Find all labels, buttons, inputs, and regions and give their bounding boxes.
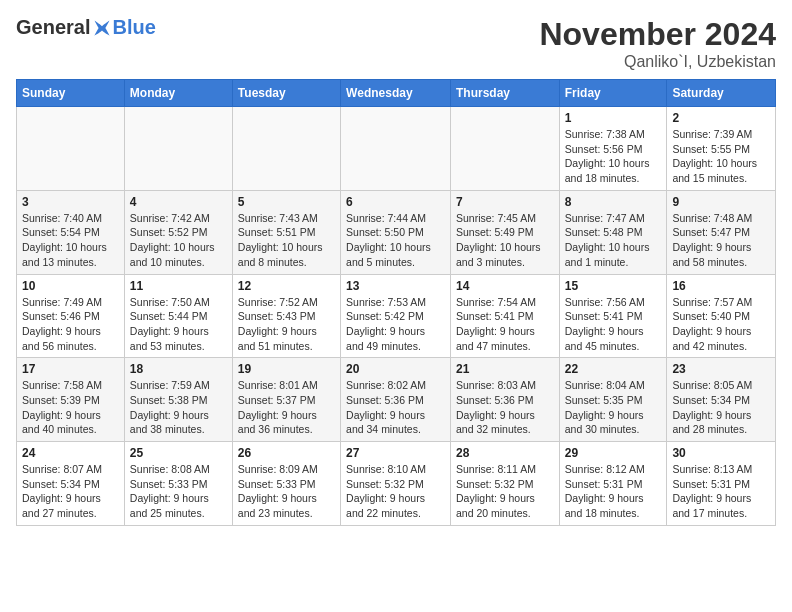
calendar-cell: 8Sunrise: 7:47 AM Sunset: 5:48 PM Daylig… [559,190,667,274]
weekday-header-wednesday: Wednesday [341,80,451,107]
calendar-cell: 24Sunrise: 8:07 AM Sunset: 5:34 PM Dayli… [17,442,125,526]
month-title: November 2024 [539,16,776,53]
day-number: 5 [238,195,335,209]
calendar-week-row: 10Sunrise: 7:49 AM Sunset: 5:46 PM Dayli… [17,274,776,358]
calendar-header-row: SundayMondayTuesdayWednesdayThursdayFrid… [17,80,776,107]
calendar-cell: 15Sunrise: 7:56 AM Sunset: 5:41 PM Dayli… [559,274,667,358]
calendar-week-row: 17Sunrise: 7:58 AM Sunset: 5:39 PM Dayli… [17,358,776,442]
logo-blue-text: Blue [112,16,155,39]
day-info: Sunrise: 7:57 AM Sunset: 5:40 PM Dayligh… [672,295,770,354]
calendar-cell: 23Sunrise: 8:05 AM Sunset: 5:34 PM Dayli… [667,358,776,442]
day-number: 17 [22,362,119,376]
calendar-cell [17,107,125,191]
calendar-cell: 14Sunrise: 7:54 AM Sunset: 5:41 PM Dayli… [450,274,559,358]
day-info: Sunrise: 7:40 AM Sunset: 5:54 PM Dayligh… [22,211,119,270]
calendar-cell: 17Sunrise: 7:58 AM Sunset: 5:39 PM Dayli… [17,358,125,442]
calendar-cell: 4Sunrise: 7:42 AM Sunset: 5:52 PM Daylig… [124,190,232,274]
title-section: November 2024 Qanliko`I, Uzbekistan [539,16,776,71]
day-number: 13 [346,279,445,293]
day-info: Sunrise: 7:42 AM Sunset: 5:52 PM Dayligh… [130,211,227,270]
calendar-week-row: 1Sunrise: 7:38 AM Sunset: 5:56 PM Daylig… [17,107,776,191]
day-number: 27 [346,446,445,460]
calendar-cell: 26Sunrise: 8:09 AM Sunset: 5:33 PM Dayli… [232,442,340,526]
day-info: Sunrise: 8:09 AM Sunset: 5:33 PM Dayligh… [238,462,335,521]
day-number: 24 [22,446,119,460]
day-number: 11 [130,279,227,293]
day-info: Sunrise: 7:49 AM Sunset: 5:46 PM Dayligh… [22,295,119,354]
page-header: General Blue November 2024 Qanliko`I, Uz… [16,16,776,71]
weekday-header-monday: Monday [124,80,232,107]
day-info: Sunrise: 7:54 AM Sunset: 5:41 PM Dayligh… [456,295,554,354]
day-info: Sunrise: 7:58 AM Sunset: 5:39 PM Dayligh… [22,378,119,437]
day-number: 4 [130,195,227,209]
calendar-table: SundayMondayTuesdayWednesdayThursdayFrid… [16,79,776,526]
day-info: Sunrise: 7:43 AM Sunset: 5:51 PM Dayligh… [238,211,335,270]
day-number: 6 [346,195,445,209]
day-number: 14 [456,279,554,293]
calendar-cell: 25Sunrise: 8:08 AM Sunset: 5:33 PM Dayli… [124,442,232,526]
calendar-cell: 29Sunrise: 8:12 AM Sunset: 5:31 PM Dayli… [559,442,667,526]
calendar-cell [232,107,340,191]
day-number: 23 [672,362,770,376]
day-number: 19 [238,362,335,376]
day-number: 22 [565,362,662,376]
calendar-cell: 6Sunrise: 7:44 AM Sunset: 5:50 PM Daylig… [341,190,451,274]
calendar-cell: 22Sunrise: 8:04 AM Sunset: 5:35 PM Dayli… [559,358,667,442]
calendar-cell: 20Sunrise: 8:02 AM Sunset: 5:36 PM Dayli… [341,358,451,442]
day-number: 12 [238,279,335,293]
calendar-cell: 7Sunrise: 7:45 AM Sunset: 5:49 PM Daylig… [450,190,559,274]
day-number: 1 [565,111,662,125]
day-number: 7 [456,195,554,209]
calendar-cell: 13Sunrise: 7:53 AM Sunset: 5:42 PM Dayli… [341,274,451,358]
logo-bird-icon [92,18,112,38]
day-number: 8 [565,195,662,209]
day-info: Sunrise: 7:39 AM Sunset: 5:55 PM Dayligh… [672,127,770,186]
day-number: 25 [130,446,227,460]
day-info: Sunrise: 7:44 AM Sunset: 5:50 PM Dayligh… [346,211,445,270]
weekday-header-sunday: Sunday [17,80,125,107]
weekday-header-friday: Friday [559,80,667,107]
day-info: Sunrise: 8:10 AM Sunset: 5:32 PM Dayligh… [346,462,445,521]
day-number: 21 [456,362,554,376]
day-info: Sunrise: 7:53 AM Sunset: 5:42 PM Dayligh… [346,295,445,354]
day-number: 9 [672,195,770,209]
weekday-header-thursday: Thursday [450,80,559,107]
location-subtitle: Qanliko`I, Uzbekistan [539,53,776,71]
day-info: Sunrise: 7:50 AM Sunset: 5:44 PM Dayligh… [130,295,227,354]
calendar-cell [450,107,559,191]
calendar-cell: 21Sunrise: 8:03 AM Sunset: 5:36 PM Dayli… [450,358,559,442]
day-info: Sunrise: 7:48 AM Sunset: 5:47 PM Dayligh… [672,211,770,270]
calendar-cell [341,107,451,191]
day-number: 10 [22,279,119,293]
day-info: Sunrise: 8:02 AM Sunset: 5:36 PM Dayligh… [346,378,445,437]
calendar-cell: 12Sunrise: 7:52 AM Sunset: 5:43 PM Dayli… [232,274,340,358]
calendar-cell: 1Sunrise: 7:38 AM Sunset: 5:56 PM Daylig… [559,107,667,191]
day-info: Sunrise: 7:47 AM Sunset: 5:48 PM Dayligh… [565,211,662,270]
day-info: Sunrise: 8:05 AM Sunset: 5:34 PM Dayligh… [672,378,770,437]
day-number: 3 [22,195,119,209]
day-info: Sunrise: 7:38 AM Sunset: 5:56 PM Dayligh… [565,127,662,186]
calendar-week-row: 24Sunrise: 8:07 AM Sunset: 5:34 PM Dayli… [17,442,776,526]
calendar-week-row: 3Sunrise: 7:40 AM Sunset: 5:54 PM Daylig… [17,190,776,274]
day-number: 16 [672,279,770,293]
calendar-cell: 9Sunrise: 7:48 AM Sunset: 5:47 PM Daylig… [667,190,776,274]
calendar-cell: 28Sunrise: 8:11 AM Sunset: 5:32 PM Dayli… [450,442,559,526]
weekday-header-tuesday: Tuesday [232,80,340,107]
day-info: Sunrise: 7:52 AM Sunset: 5:43 PM Dayligh… [238,295,335,354]
day-info: Sunrise: 8:08 AM Sunset: 5:33 PM Dayligh… [130,462,227,521]
day-info: Sunrise: 7:59 AM Sunset: 5:38 PM Dayligh… [130,378,227,437]
day-info: Sunrise: 7:56 AM Sunset: 5:41 PM Dayligh… [565,295,662,354]
logo: General Blue [16,16,156,39]
calendar-cell: 5Sunrise: 7:43 AM Sunset: 5:51 PM Daylig… [232,190,340,274]
calendar-cell: 2Sunrise: 7:39 AM Sunset: 5:55 PM Daylig… [667,107,776,191]
day-info: Sunrise: 8:01 AM Sunset: 5:37 PM Dayligh… [238,378,335,437]
day-number: 2 [672,111,770,125]
day-info: Sunrise: 8:03 AM Sunset: 5:36 PM Dayligh… [456,378,554,437]
day-info: Sunrise: 8:12 AM Sunset: 5:31 PM Dayligh… [565,462,662,521]
day-number: 28 [456,446,554,460]
day-info: Sunrise: 8:07 AM Sunset: 5:34 PM Dayligh… [22,462,119,521]
calendar-cell: 27Sunrise: 8:10 AM Sunset: 5:32 PM Dayli… [341,442,451,526]
weekday-header-saturday: Saturday [667,80,776,107]
calendar-cell: 19Sunrise: 8:01 AM Sunset: 5:37 PM Dayli… [232,358,340,442]
day-number: 30 [672,446,770,460]
